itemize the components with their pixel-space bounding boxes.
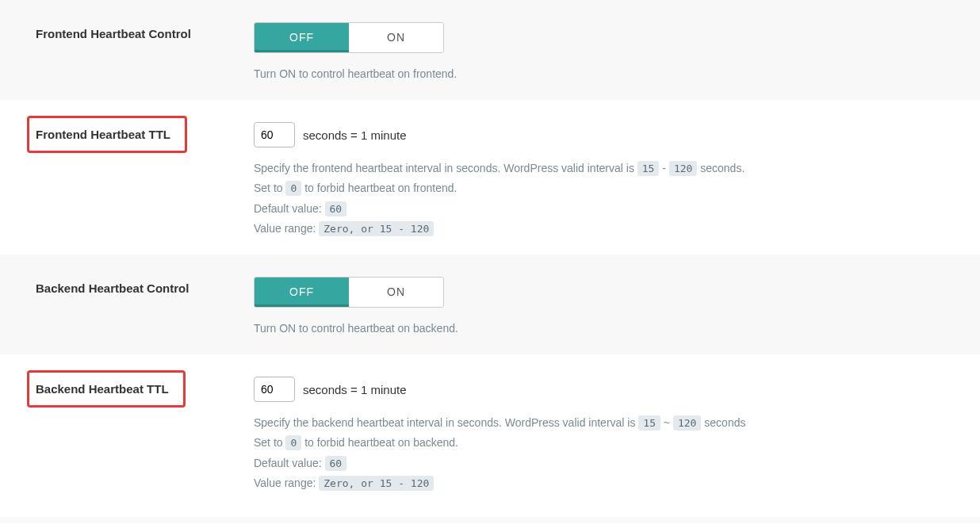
setting-row-frontend_control: Frontend Heartbeat ControlOFFONTurn ON t…	[0, 0, 980, 100]
setting-label-backend_control: Backend Heartbeat Control	[36, 270, 254, 295]
input-suffix-backend_ttl: seconds = 1 minute	[303, 383, 407, 396]
input-frontend_ttl[interactable]	[254, 122, 295, 147]
toggle-frontend_control-off[interactable]: OFF	[255, 23, 349, 52]
bottom-divider	[0, 517, 980, 523]
setting-content-frontend_ttl: seconds = 1 minuteSpecify the frontend h…	[254, 116, 964, 239]
setting-content-backend_ttl: seconds = 1 minuteSpecify the backend he…	[254, 370, 964, 493]
desc-backend_control: Turn ON to control heartbeat on backend.	[254, 319, 964, 339]
desc-backend_ttl: Specify the backend heartbeat interval i…	[254, 413, 964, 493]
setting-content-backend_control: OFFONTurn ON to control heartbeat on bac…	[254, 270, 964, 339]
setting-content-frontend_control: OFFONTurn ON to control heartbeat on fro…	[254, 16, 964, 84]
setting-row-frontend_ttl: Frontend Heartbeat TTLseconds = 1 minute…	[0, 100, 980, 255]
highlight-frontend_ttl: Frontend Heartbeat TTL	[27, 116, 187, 153]
setting-label-backend_ttl: Backend Heartbeat TTL	[36, 370, 254, 408]
input-suffix-frontend_ttl: seconds = 1 minute	[303, 128, 407, 142]
toggle-backend_control[interactable]: OFFON	[254, 277, 444, 308]
desc-frontend_control: Turn ON to control heartbeat on frontend…	[254, 64, 964, 84]
input-backend_ttl[interactable]	[254, 377, 295, 402]
toggle-frontend_control[interactable]: OFFON	[254, 22, 444, 53]
setting-row-backend_ttl: Backend Heartbeat TTLseconds = 1 minuteS…	[0, 354, 980, 509]
toggle-backend_control-on[interactable]: ON	[349, 277, 443, 307]
highlight-backend_ttl: Backend Heartbeat TTL	[27, 370, 186, 408]
input-row-frontend_ttl: seconds = 1 minute	[254, 122, 964, 147]
toggle-backend_control-off[interactable]: OFF	[255, 277, 349, 307]
settings-panel: Frontend Heartbeat ControlOFFONTurn ON t…	[0, 0, 980, 509]
desc-frontend_ttl: Specify the frontend heartbeat interval …	[254, 159, 964, 239]
input-row-backend_ttl: seconds = 1 minute	[254, 377, 964, 402]
toggle-frontend_control-on[interactable]: ON	[349, 23, 443, 52]
setting-label-frontend_control: Frontend Heartbeat Control	[36, 16, 254, 40]
setting-label-frontend_ttl: Frontend Heartbeat TTL	[36, 116, 254, 153]
setting-row-backend_control: Backend Heartbeat ControlOFFONTurn ON to…	[0, 255, 980, 354]
